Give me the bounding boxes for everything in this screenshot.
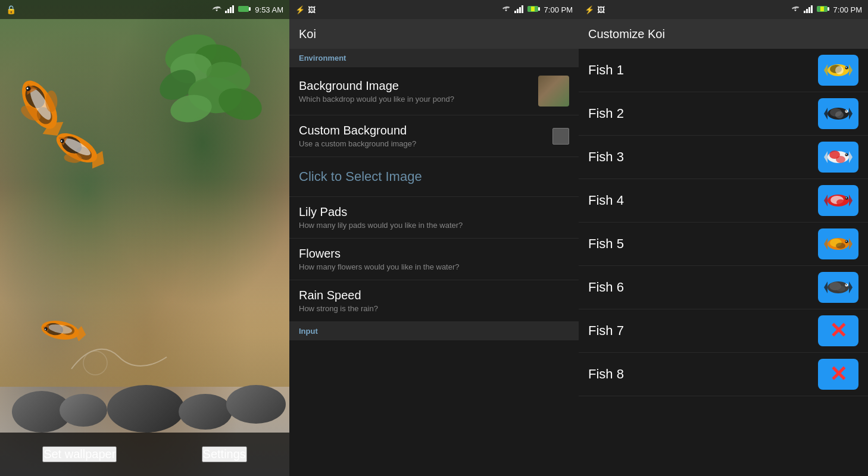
image-icon-3: 🖼: [597, 5, 605, 14]
svg-point-50: [835, 66, 844, 74]
thumb-pond-image: [538, 76, 569, 107]
svg-marker-86: [824, 281, 828, 293]
svg-point-75: [846, 198, 847, 199]
svg-point-54: [846, 67, 847, 68]
setting-custom-background-desc: Use a custom background image?: [299, 139, 545, 148]
status-bar-2: ⚡ 🖼 7:00 PM: [289, 0, 579, 19]
svg-rect-35: [517, 9, 519, 13]
setting-background-image-text: Background Image Which backdrop would yo…: [299, 79, 531, 104]
fish-3-icon[interactable]: [818, 142, 858, 173]
setting-rain-speed-text: Rain Speed How strong is the rain?: [299, 289, 569, 313]
svg-marker-72: [824, 195, 828, 206]
setting-background-image-desc: Which backdrop would you like in your po…: [299, 95, 531, 104]
section-environment: Environment: [289, 49, 579, 67]
fish-row-6[interactable]: Fish 6: [579, 266, 868, 309]
time-display-3: 7:00 PM: [833, 5, 862, 14]
fish-5-name: Fish 5: [588, 236, 624, 252]
fish-5-icon[interactable]: [818, 228, 858, 259]
fish-row-3[interactable]: Fish 3: [579, 136, 868, 179]
setting-background-image-title: Background Image: [299, 79, 531, 93]
fish-7-icon[interactable]: ✕: [818, 315, 858, 346]
svg-marker-52: [849, 64, 853, 76]
settings-scroll-content[interactable]: Environment Background Image Which backd…: [289, 49, 579, 476]
fish-8-name: Fish 8: [588, 367, 624, 382]
setting-lily-pads[interactable]: Lily Pads How many lily pads would you l…: [289, 197, 579, 239]
setting-flowers-desc: How many flowers would you like in the w…: [299, 262, 569, 271]
bottom-bar: Set wallpaper Settings: [0, 433, 289, 476]
setting-flowers-title: Flowers: [299, 247, 569, 261]
svg-rect-28: [225, 11, 227, 13]
svg-rect-37: [522, 5, 523, 13]
status-bar-3-left: ⚡ 🖼: [585, 5, 605, 14]
image-icon: 🖼: [308, 5, 316, 14]
svg-marker-79: [824, 238, 828, 250]
status-bar-3-right: 7:00 PM: [791, 5, 862, 15]
status-bar-2-right: 7:00 PM: [501, 5, 573, 15]
signal-icon: [225, 5, 235, 15]
fish-4-icon[interactable]: [818, 185, 858, 216]
panel-settings: ⚡ 🖼 7:00 PM Koi Environment Background I…: [289, 0, 579, 476]
app-title: Koi: [299, 27, 316, 41]
signal-icon-2: [514, 5, 524, 15]
panel-customize: ⚡ 🖼 7:00 PM Customize Koi Fish 1: [579, 0, 868, 476]
svg-point-89: [846, 284, 847, 286]
battery-icon-1: [238, 5, 251, 14]
usb-icon-3: ⚡: [585, 5, 594, 14]
svg-point-82: [846, 241, 847, 242]
svg-marker-59: [849, 108, 853, 120]
set-wallpaper-button[interactable]: Set wallpaper: [42, 446, 117, 462]
custom-background-checkbox[interactable]: [552, 128, 569, 145]
svg-marker-58: [824, 108, 828, 120]
svg-rect-46: [820, 7, 824, 11]
setting-custom-background[interactable]: Custom Background Use a custom backgroun…: [289, 115, 579, 157]
fish-2-icon[interactable]: [818, 98, 858, 129]
fish-row-1[interactable]: Fish 1: [579, 49, 868, 92]
fish-row-7[interactable]: Fish 7 ✕: [579, 309, 868, 353]
svg-rect-41: [804, 11, 805, 13]
fish-6-icon[interactable]: [818, 272, 858, 303]
setting-rain-speed[interactable]: Rain Speed How strong is the rain?: [289, 280, 579, 322]
svg-point-68: [846, 154, 847, 155]
wifi-icon: [212, 5, 221, 14]
svg-point-64: [836, 156, 845, 163]
battery-icon-2: [527, 5, 541, 14]
svg-rect-29: [227, 9, 229, 13]
svg-rect-39: [531, 7, 535, 11]
click-select-row[interactable]: Click to Select Image: [289, 157, 579, 197]
usb-icon: ⚡: [295, 5, 305, 14]
svg-rect-43: [808, 7, 810, 13]
status-bar-2-left: ⚡ 🖼: [295, 5, 316, 14]
svg-rect-42: [806, 9, 808, 13]
click-select-label[interactable]: Click to Select Image: [299, 169, 422, 184]
svg-marker-65: [824, 151, 828, 163]
fish-8-icon[interactable]: ✕: [818, 359, 858, 390]
fish-4-name: Fish 4: [588, 193, 624, 208]
svg-rect-36: [519, 7, 521, 13]
fish-1-icon[interactable]: [818, 55, 858, 86]
setting-background-image[interactable]: Background Image Which backdrop would yo…: [289, 67, 579, 115]
setting-custom-background-text: Custom Background Use a custom backgroun…: [299, 124, 545, 148]
fish-8-x-mark: ✕: [829, 364, 847, 385]
settings-button[interactable]: Settings: [202, 446, 247, 462]
fish-row-4[interactable]: Fish 4: [579, 179, 868, 223]
plant-area: [158, 36, 266, 125]
customize-title: Customize Koi: [588, 27, 665, 41]
fish-row-5[interactable]: Fish 5: [579, 223, 868, 266]
fish-3-name: Fish 3: [588, 149, 624, 165]
setting-rain-speed-title: Rain Speed: [299, 289, 569, 302]
time-display-1: 9:53 AM: [255, 5, 283, 14]
panel-preview: 🔒 9:53 AM Set wallpaper Settings: [0, 0, 289, 476]
svg-point-7: [45, 90, 57, 112]
fish-row-8[interactable]: Fish 8 ✕: [579, 353, 868, 396]
setting-flowers[interactable]: Flowers How many flowers would you like …: [289, 239, 579, 280]
svg-rect-30: [230, 7, 232, 13]
setting-custom-background-title: Custom Background: [299, 124, 545, 137]
svg-marker-87: [849, 281, 853, 293]
fish-list[interactable]: Fish 1 Fish 2: [579, 49, 868, 476]
lock-icon: 🔒: [6, 5, 16, 14]
svg-point-85: [836, 286, 845, 292]
decorative-chalk: [60, 333, 179, 381]
svg-point-78: [836, 243, 845, 249]
setting-lily-pads-text: Lily Pads How many lily pads would you l…: [299, 205, 569, 230]
fish-row-2[interactable]: Fish 2: [579, 92, 868, 136]
